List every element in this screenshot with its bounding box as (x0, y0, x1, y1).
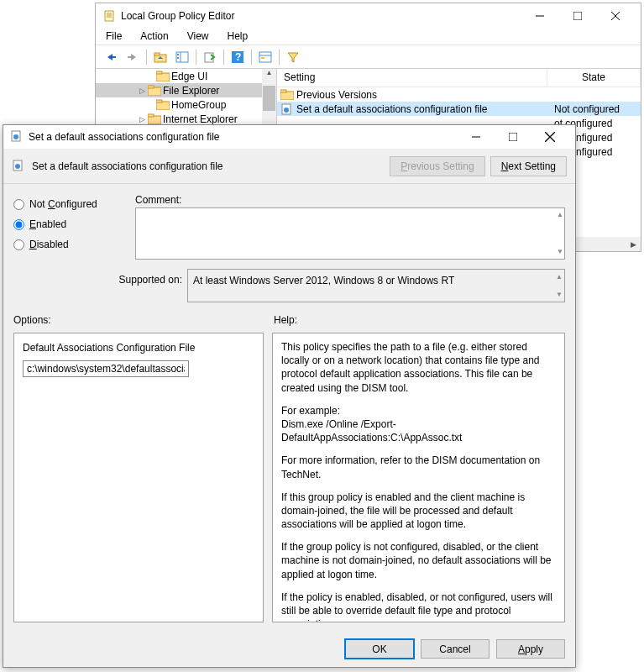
previous-setting-button: Previous Setting (390, 156, 484, 176)
svg-rect-29 (148, 114, 154, 117)
folder-icon (280, 89, 294, 100)
apply-button[interactable]: Apply (496, 639, 565, 659)
radio-enabled[interactable]: Enabled (13, 214, 127, 234)
col-state[interactable]: State (547, 69, 641, 87)
svg-rect-11 (154, 53, 160, 55)
list-header: Setting State (277, 69, 641, 87)
ok-button[interactable]: OK (345, 639, 414, 659)
folder-icon (148, 85, 161, 97)
supported-label: Supported on: (13, 269, 187, 302)
col-setting[interactable]: Setting (277, 69, 547, 87)
maximize-button[interactable] (495, 126, 531, 148)
folder-icon (156, 71, 170, 82)
svg-rect-23 (156, 71, 162, 74)
svg-point-41 (15, 164, 20, 169)
svg-rect-14 (177, 54, 179, 55)
state-radio-group: Not Configured Enabled Disabled (13, 194, 127, 262)
gpo-app-icon (102, 9, 116, 23)
gpo-window-title: Local Group Policy Editor (121, 10, 521, 22)
policy-icon (12, 160, 25, 173)
forward-button[interactable] (123, 48, 143, 66)
svg-point-33 (284, 108, 289, 113)
svg-rect-21 (261, 57, 264, 59)
menu-view[interactable]: View (184, 29, 212, 45)
scroll-up-icon[interactable]: ▲ (556, 273, 563, 281)
svg-text:?: ? (235, 51, 241, 63)
svg-rect-31 (280, 90, 286, 92)
dialog-footer: OK Cancel Apply (345, 639, 565, 659)
radio-not-configured[interactable]: Not Configured (13, 194, 127, 214)
folder-icon (148, 113, 161, 125)
tree-item-label: Internet Explorer (163, 113, 238, 125)
expand-arrow-icon[interactable]: ▷ (138, 115, 146, 123)
help-label: Help: (274, 314, 297, 326)
gpo-toolbar: ? (96, 45, 641, 69)
dialog-header: Set a default associations configuration… (3, 149, 575, 184)
svg-rect-16 (205, 53, 213, 62)
tree-item-label: HomeGroup (171, 99, 226, 111)
folder-icon (156, 99, 170, 111)
options-label: Options: (13, 314, 274, 326)
minimize-button[interactable] (521, 4, 558, 28)
minimize-button[interactable] (458, 126, 495, 148)
export-list-icon[interactable] (200, 48, 220, 66)
policy-dialog: Set a default associations configuration… (3, 124, 576, 668)
svg-rect-9 (128, 56, 132, 58)
field-label: Default Associations Configuration File (23, 342, 254, 354)
tree-toggle-icon[interactable] (172, 48, 192, 66)
svg-rect-0 (105, 11, 113, 21)
scroll-up-icon[interactable]: ▲ (557, 211, 563, 218)
tree-item-label: File Explorer (163, 85, 219, 97)
close-button[interactable] (531, 126, 568, 148)
svg-rect-25 (148, 86, 154, 88)
close-button[interactable] (596, 4, 634, 28)
supported-on-box: At least Windows Server 2012, Windows 8 … (187, 269, 565, 302)
menu-action[interactable]: Action (137, 29, 171, 45)
gpo-menubar: File Action View Help (96, 29, 641, 45)
tree-item-edge-ui[interactable]: Edge UI (96, 69, 276, 83)
maximize-button[interactable] (558, 4, 596, 28)
tree-item-homegroup[interactable]: HomeGroup (96, 97, 276, 112)
menu-file[interactable]: File (102, 29, 125, 45)
config-file-input[interactable] (23, 360, 189, 377)
help-icon[interactable]: ? (228, 48, 248, 66)
options-pane: Default Associations Configuration File (13, 333, 264, 622)
filter-icon[interactable] (283, 48, 303, 66)
folder-up-icon[interactable] (150, 48, 170, 66)
dialog-titlebar: Set a default associations configuration… (3, 125, 575, 149)
list-row[interactable]: Set a default associations configuration… (277, 102, 641, 116)
comment-label: Comment: (135, 194, 565, 206)
comment-textarea[interactable] (135, 207, 565, 260)
svg-rect-37 (509, 133, 517, 141)
dialog-title: Set a default associations configuration… (29, 131, 458, 143)
policy-icon (280, 103, 294, 115)
tree-item-label: Edge UI (171, 71, 207, 82)
svg-rect-15 (177, 57, 179, 59)
svg-point-35 (13, 134, 18, 139)
tree-item-file-explorer[interactable]: ▷ File Explorer (96, 83, 276, 97)
scroll-down-icon[interactable]: ▼ (557, 248, 563, 255)
next-setting-button[interactable]: Next Setting (490, 156, 567, 176)
radio-disabled[interactable]: Disabled (13, 234, 127, 255)
back-button[interactable] (101, 48, 121, 66)
gpo-titlebar: Local Group Policy Editor (96, 3, 641, 29)
list-row[interactable]: Previous Versions (277, 87, 641, 102)
svg-rect-8 (112, 56, 116, 58)
cancel-button[interactable]: Cancel (421, 639, 490, 659)
expand-arrow-icon[interactable]: ▷ (138, 87, 146, 95)
policy-icon (10, 130, 24, 144)
dialog-header-title: Set a default associations configuration… (32, 160, 390, 172)
menu-help[interactable]: Help (224, 29, 252, 45)
extended-view-icon[interactable] (255, 48, 275, 66)
svg-rect-27 (156, 100, 162, 102)
svg-rect-5 (573, 12, 582, 20)
scroll-down-icon[interactable]: ▼ (556, 291, 563, 298)
help-pane[interactable]: This policy specifies the path to a file… (272, 333, 565, 622)
